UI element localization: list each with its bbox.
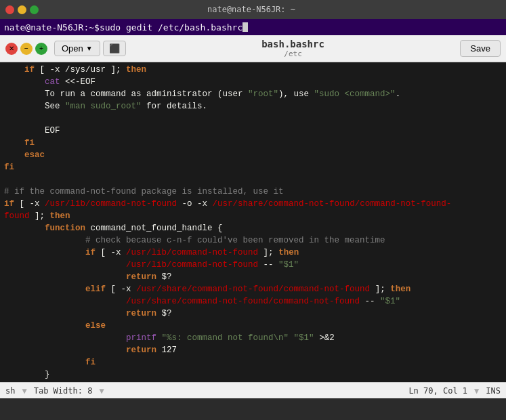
code-line: EOF [0,125,506,137]
terminal-command-text: sudo gedit /etc/bash.bashrc [100,22,243,33]
code-line: fi [0,137,506,149]
terminal-cursor [243,22,248,32]
nav-button[interactable]: ⬛ [103,41,126,56]
terminal-title: nate@nate-N56JR: ~ [43,5,460,14]
open-dropdown-arrow: ▼ [86,45,93,52]
statusbar-sep2: ▼ [99,386,104,396]
terminal-min-dot [18,5,26,14]
editor-area[interactable]: if [ -x /sys/usr ]; then cat <<-EOF To r… [0,62,506,382]
gedit-close-button[interactable]: ✕ [5,43,18,55]
code-line: if [ -x /usr/lib/command-not-found -o -x… [0,198,506,210]
code-line: fi [0,356,506,369]
code-line: See "man sudo_root" for details. [0,100,506,112]
code-line: fi [0,161,506,173]
code-line: return $? [0,308,506,320]
code-line: # if the command-not-found package is in… [0,186,506,198]
terminal-command-line: nate@nate-N56JR:~$ sudo gedit /etc/bash.… [0,19,506,35]
code-line: printf "%s: command not found\n" "$1" >&… [0,332,506,344]
file-title-area: bash.bashrc /etc [129,39,458,58]
code-line: found ]; then [0,210,506,222]
terminal-close-dot [5,5,14,14]
statusbar: sh ▼ Tab Width: 8 ▼ Ln 70, Col 1 ▼ INS [0,382,506,398]
statusbar-tab-width[interactable]: Tab Width: 8 [34,386,93,396]
code-line: To run a command as administrator (user … [0,88,506,100]
code-line: function command_not_found_handle { [0,222,506,234]
statusbar-sep3: ▼ [474,386,479,396]
file-path: /etc [129,49,458,58]
code-line [0,112,506,125]
code-line: return 127 [0,344,506,356]
terminal-window-controls [5,5,39,14]
save-button[interactable]: Save [460,40,501,57]
terminal-max-dot [30,5,39,14]
terminal-prompt: nate@nate-N56JR:~$ [4,22,100,33]
statusbar-mode: INS [486,386,501,396]
code-line: # check because c-n-f could've been remo… [0,234,506,247]
code-line: } [0,369,506,381]
statusbar-position: Ln 70, Col 1 [408,386,467,396]
code-line: cat <<-EOF [0,76,506,88]
statusbar-sep1: ▼ [22,386,26,396]
gedit-toolbar: ✕ − + Open ▼ ⬛ bash.bashrc /etc Save [0,35,506,62]
gedit-maximize-button[interactable]: + [35,43,47,55]
code-line: if [ -x /usr/lib/command-not-found ]; th… [0,247,506,259]
code-line: else [0,320,506,332]
gedit-minimize-button[interactable]: − [20,43,33,55]
open-button[interactable]: Open ▼ [54,41,100,56]
code-line: if [ -x /sys/usr ]; then [0,64,506,76]
code-line [0,173,506,186]
open-button-label: Open [62,43,83,54]
terminal-titlebar: nate@nate-N56JR: ~ [0,0,506,19]
statusbar-lang[interactable]: sh [5,386,15,396]
statusbar-right: Ln 70, Col 1 ▼ INS [408,386,501,396]
code-line: elif [ -x /usr/share/command-not-found/c… [0,283,506,295]
code-line: return $? [0,271,506,283]
code-line: esac [0,149,506,161]
code-line: /usr/share/command-not-found/command-not… [0,295,506,308]
code-line: /usr/lib/command-not-found -- "$1" [0,259,506,271]
file-name: bash.bashrc [129,39,458,49]
